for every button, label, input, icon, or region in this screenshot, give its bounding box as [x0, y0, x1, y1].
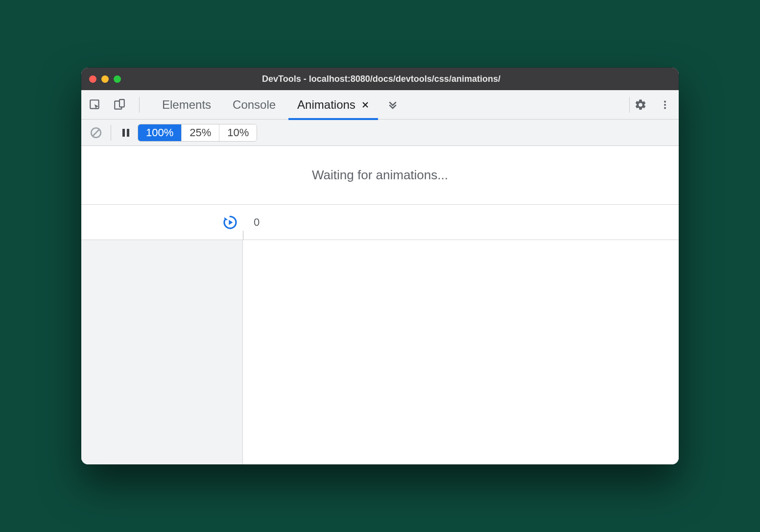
speed-label: 10%	[227, 126, 249, 139]
svg-rect-0	[90, 100, 98, 108]
timeline-track-panel[interactable]	[243, 240, 679, 464]
tab-label: Animations	[297, 98, 356, 112]
separator	[111, 125, 111, 141]
device-toolbar-button[interactable]	[112, 97, 127, 113]
close-tab-icon[interactable]	[361, 101, 369, 109]
separator	[139, 97, 140, 113]
minimize-window-button[interactable]	[101, 75, 109, 83]
svg-point-5	[664, 107, 666, 109]
clear-button[interactable]	[88, 125, 104, 141]
settings-button[interactable]	[633, 97, 648, 113]
speed-label: 25%	[190, 126, 211, 139]
timeline-header: 0	[81, 205, 679, 240]
tab-label: Console	[233, 98, 276, 112]
svg-point-4	[664, 103, 666, 105]
replay-button[interactable]	[222, 215, 238, 230]
tab-elements[interactable]: Elements	[151, 90, 222, 120]
speed-100-button[interactable]: 100%	[138, 124, 182, 141]
close-window-button[interactable]	[89, 75, 96, 83]
animations-toolbar: 100% 25% 10%	[81, 120, 679, 146]
timeline-body	[81, 240, 679, 464]
timeline-tick-icon	[243, 231, 243, 240]
tab-animations[interactable]: Animations	[286, 90, 380, 120]
playback-speed-group: 100% 25% 10%	[138, 124, 257, 142]
speed-10-button[interactable]: 10%	[219, 124, 257, 141]
traffic-lights	[89, 75, 121, 83]
tab-label: Elements	[162, 98, 211, 112]
speed-label: 100%	[146, 126, 173, 139]
more-tabs-button[interactable]	[385, 97, 401, 113]
titlebar: DevTools - localhost:8080/docs/devtools/…	[81, 68, 679, 90]
tab-console[interactable]: Console	[222, 90, 286, 120]
devtools-window: DevTools - localhost:8080/docs/devtools/…	[81, 68, 679, 464]
waiting-message: Waiting for animations...	[81, 146, 679, 205]
svg-rect-8	[127, 129, 129, 137]
speed-25-button[interactable]: 25%	[182, 124, 219, 141]
svg-point-3	[664, 100, 666, 102]
svg-rect-2	[119, 99, 124, 107]
inspect-element-button[interactable]	[87, 97, 103, 113]
more-options-button[interactable]	[657, 97, 673, 113]
window-title: DevTools - localhost:8080/docs/devtools/…	[121, 74, 671, 84]
separator	[629, 97, 630, 113]
svg-rect-7	[122, 129, 125, 137]
animation-list-panel	[81, 240, 243, 464]
pause-button[interactable]	[118, 125, 134, 141]
maximize-window-button[interactable]	[114, 75, 121, 83]
main-toolbar: Elements Console Animations	[81, 90, 679, 120]
timeline-start-label: 0	[254, 216, 260, 229]
